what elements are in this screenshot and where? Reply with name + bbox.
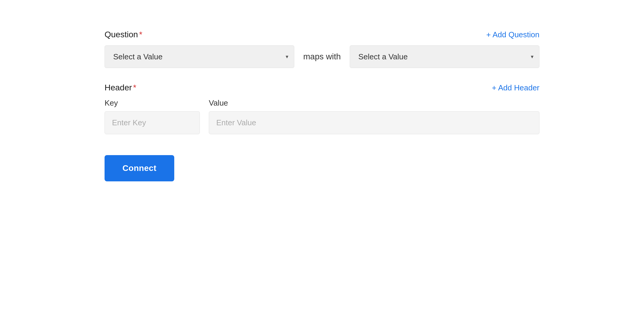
page-container: Question * + Add Question Select a Value… xyxy=(105,30,539,181)
header-label: Header xyxy=(105,83,132,92)
question-second-dropdown[interactable]: Select a Value xyxy=(350,45,539,68)
header-required-star: * xyxy=(133,83,136,92)
question-section-header: Question * + Add Question xyxy=(105,30,539,39)
add-question-link[interactable]: + Add Question xyxy=(486,30,539,39)
question-row: Select a Value ▾ maps with Select a Valu… xyxy=(105,45,539,68)
key-column: Key xyxy=(105,98,200,134)
question-required-star: * xyxy=(139,30,142,39)
first-dropdown-wrapper: Select a Value ▾ xyxy=(105,45,294,68)
header-section-header: Header * + Add Header xyxy=(105,83,539,92)
value-input[interactable] xyxy=(209,111,539,134)
header-section: Header * + Add Header Key Value xyxy=(105,83,539,134)
question-first-dropdown[interactable]: Select a Value xyxy=(105,45,294,68)
key-value-row: Key Value xyxy=(105,98,539,134)
key-input[interactable] xyxy=(105,111,200,134)
connect-button[interactable]: Connect xyxy=(105,155,174,181)
key-field-label: Key xyxy=(105,98,200,108)
add-header-link[interactable]: + Add Header xyxy=(492,83,539,92)
second-dropdown-wrapper: Select a Value ▾ xyxy=(350,45,539,68)
question-label: Question xyxy=(105,30,138,39)
value-column: Value xyxy=(209,98,539,134)
value-field-label: Value xyxy=(209,98,539,108)
maps-with-label: maps with xyxy=(303,52,341,61)
